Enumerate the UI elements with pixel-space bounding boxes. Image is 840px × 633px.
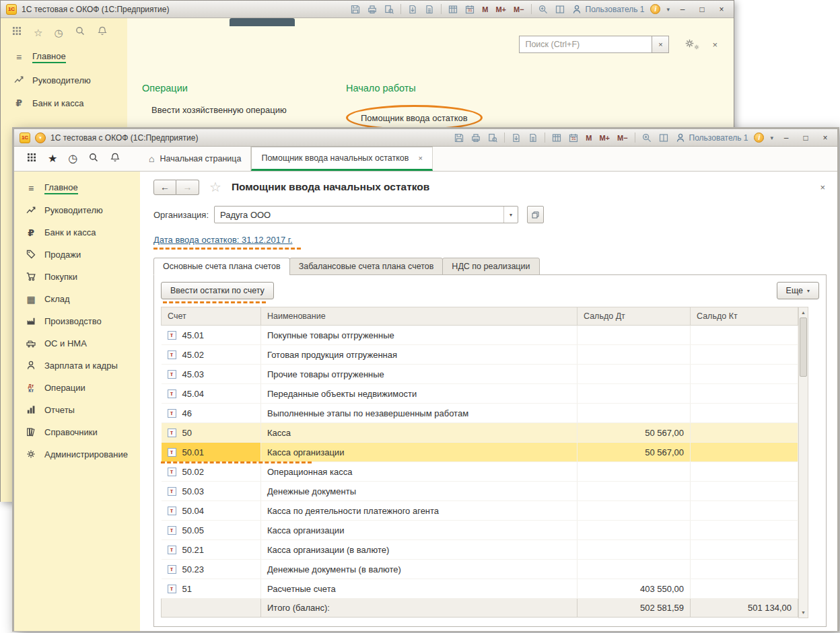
zoom-icon[interactable] bbox=[538, 4, 549, 15]
sidebar-item-warehouse[interactable]: ▦Склад bbox=[14, 288, 140, 310]
page-close-icon[interactable]: × bbox=[820, 182, 825, 192]
account-row-50[interactable]: 50Касса50 567,00 bbox=[162, 423, 798, 443]
tab-main-accounts[interactable]: Основные счета плана счетов bbox=[153, 258, 290, 275]
tab-balance-entry-assistant[interactable]: Помощник ввода начальных остатков × bbox=[251, 147, 432, 171]
sidebar-item-fixed-assets[interactable]: ОС и НМА bbox=[14, 332, 140, 355]
apps-grid-icon[interactable] bbox=[11, 26, 22, 39]
column-name[interactable]: Наименование bbox=[261, 307, 578, 326]
favorite-star-icon[interactable]: ☆ bbox=[209, 179, 221, 195]
nav-back-button[interactable]: ← bbox=[153, 180, 176, 195]
print-icon[interactable] bbox=[470, 133, 481, 143]
search-icon[interactable] bbox=[75, 26, 85, 39]
memory-button[interactable]: М bbox=[481, 5, 489, 13]
account-row-50-04[interactable]: 50.04Касса по деятельности платежного аг… bbox=[162, 501, 798, 521]
calendar-icon[interactable]: 31 bbox=[568, 133, 579, 143]
apps-grid-icon[interactable] bbox=[26, 152, 37, 165]
notifications-bell-icon[interactable] bbox=[97, 26, 108, 39]
memory-minus-button[interactable]: М− bbox=[513, 5, 525, 13]
account-row-45-03[interactable]: 45.03Прочие товары отгруженные bbox=[162, 365, 798, 384]
back-menu-item-bank-cash[interactable]: ₽ Банк и касса bbox=[1, 92, 127, 114]
tab-home-page[interactable]: ⌂ Начальная страница bbox=[139, 147, 251, 171]
balance-date-link[interactable]: Дата ввода остатков: 31.12.2017 г. bbox=[153, 235, 293, 245]
account-row-51[interactable]: 51Расчетные счета403 550,00 bbox=[162, 579, 798, 599]
minimize-button[interactable]: – bbox=[779, 133, 793, 143]
combo-dropdown-icon[interactable]: ▾ bbox=[503, 207, 518, 223]
print-preview-icon[interactable] bbox=[384, 4, 394, 15]
split-view-icon[interactable] bbox=[555, 4, 565, 15]
history-clock-icon[interactable]: ◷ bbox=[54, 28, 63, 38]
search-clear-icon[interactable]: × bbox=[652, 36, 669, 53]
zoom-icon[interactable] bbox=[641, 133, 652, 143]
scrollbar-thumb[interactable] bbox=[800, 318, 807, 377]
tab-vat-on-sales[interactable]: НДС по реализации bbox=[442, 258, 539, 275]
close-button[interactable]: × bbox=[818, 133, 832, 143]
sidebar-item-purchases[interactable]: Покупки bbox=[14, 266, 140, 288]
minimize-button[interactable]: – bbox=[676, 5, 689, 14]
notifications-bell-icon[interactable] bbox=[110, 152, 120, 165]
export-doc-icon[interactable] bbox=[424, 4, 435, 15]
memory-button[interactable]: М bbox=[585, 134, 592, 142]
sidebar-item-administration[interactable]: Администрирование bbox=[14, 443, 140, 466]
history-clock-icon[interactable]: ◷ bbox=[68, 153, 77, 164]
memory-plus-button[interactable]: М+ bbox=[495, 5, 507, 13]
import-doc-icon[interactable] bbox=[407, 4, 418, 15]
info-icon[interactable]: i bbox=[650, 4, 660, 14]
print-preview-icon[interactable] bbox=[487, 133, 498, 143]
save-icon[interactable] bbox=[454, 133, 464, 143]
sidebar-item-operations[interactable]: ДтКтОперации bbox=[14, 377, 140, 399]
back-menu-item-main[interactable]: ≡ Главное bbox=[1, 46, 127, 69]
user-button[interactable]: Пользователь 1 bbox=[571, 4, 645, 15]
favorites-star-icon[interactable]: ☆ bbox=[34, 28, 42, 38]
memory-minus-button[interactable]: М− bbox=[617, 134, 629, 142]
account-row-50-05[interactable]: 50.05Касса организации bbox=[162, 521, 798, 540]
scroll-down-icon[interactable]: ▼ bbox=[799, 607, 808, 618]
close-button[interactable]: × bbox=[715, 5, 728, 14]
search-icon[interactable] bbox=[88, 152, 99, 165]
maximize-button[interactable]: □ bbox=[695, 5, 709, 14]
back-menu-item-manager[interactable]: Руководителю bbox=[1, 69, 127, 92]
print-icon[interactable] bbox=[367, 4, 378, 15]
account-row-50-01[interactable]: 50.01Касса организации50 567,00 bbox=[162, 443, 798, 462]
settings-gear-icon[interactable] bbox=[684, 38, 699, 51]
column-account[interactable]: Счет bbox=[162, 307, 261, 326]
account-row-50-21[interactable]: 50.21Касса организации (в валюте) bbox=[162, 540, 798, 560]
account-row-46[interactable]: 46Выполненные этапы по незавершенным раб… bbox=[162, 404, 798, 423]
calendar-icon[interactable]: 31 bbox=[464, 4, 475, 15]
spreadsheet-icon[interactable] bbox=[551, 133, 562, 143]
link-enter-business-operation[interactable]: Ввести хозяйственную операцию bbox=[151, 105, 287, 115]
chevron-down-icon[interactable]: ▾ bbox=[770, 135, 773, 141]
column-credit[interactable]: Сальдо Кт bbox=[691, 307, 798, 326]
favorites-star-icon[interactable]: ★ bbox=[48, 153, 57, 164]
vertical-scrollbar[interactable]: ▲ ▼ bbox=[798, 307, 808, 618]
link-balance-entry-assistant[interactable]: Помощник ввода остатков bbox=[361, 113, 468, 123]
spreadsheet-icon[interactable] bbox=[448, 4, 458, 15]
open-organization-button[interactable] bbox=[527, 206, 544, 223]
more-button[interactable]: Еще▾ bbox=[777, 282, 819, 299]
tab-close-icon[interactable]: × bbox=[418, 154, 422, 162]
maximize-button[interactable]: □ bbox=[799, 133, 812, 143]
account-row-45-04[interactable]: 45.04Переданные объекты недвижимости bbox=[162, 384, 798, 404]
split-view-icon[interactable] bbox=[658, 133, 669, 143]
tab-off-balance-accounts[interactable]: Забалансовые счета плана счетов bbox=[289, 258, 444, 275]
account-row-45-02[interactable]: 45.02Готовая продукция отгруженная bbox=[162, 345, 798, 365]
panel-close-icon[interactable]: × bbox=[712, 40, 718, 50]
main-menu-icon[interactable]: ▼ bbox=[35, 133, 46, 143]
user-button[interactable]: Пользователь 1 bbox=[675, 133, 748, 143]
organization-combobox[interactable]: Радуга ООО ▾ bbox=[214, 206, 518, 223]
memory-plus-button[interactable]: М+ bbox=[598, 134, 610, 142]
import-doc-icon[interactable] bbox=[511, 133, 522, 143]
search-input[interactable] bbox=[519, 36, 652, 53]
sidebar-item-reports[interactable]: Отчеты bbox=[14, 399, 140, 421]
enter-balances-button[interactable]: Ввести остатки по счету bbox=[161, 282, 274, 299]
account-row-50-23[interactable]: 50.23Денежные документы (в валюте) bbox=[162, 560, 798, 579]
account-row-45-01[interactable]: 45.01Покупные товары отгруженные bbox=[162, 326, 798, 345]
sidebar-item-payroll[interactable]: Зарплата и кадры bbox=[14, 355, 140, 377]
chevron-down-icon[interactable]: ▾ bbox=[666, 6, 670, 13]
sidebar-item-sales[interactable]: Продажи bbox=[14, 244, 140, 266]
sidebar-item-main[interactable]: ≡Главное bbox=[14, 177, 140, 199]
info-icon[interactable]: i bbox=[754, 133, 764, 143]
column-debit[interactable]: Сальдо Дт bbox=[578, 307, 691, 326]
sidebar-item-references[interactable]: Справочники bbox=[14, 421, 140, 443]
save-icon[interactable] bbox=[350, 4, 361, 15]
nav-forward-button[interactable]: → bbox=[176, 180, 199, 195]
